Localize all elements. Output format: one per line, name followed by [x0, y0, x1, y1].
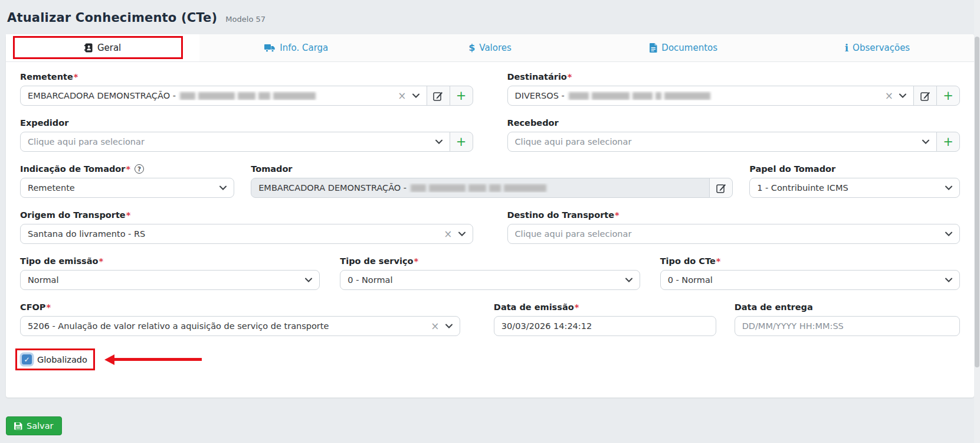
destinatario-label: Destinatário: [507, 72, 572, 82]
chevron-down-icon[interactable]: [305, 278, 312, 282]
clear-icon[interactable]: ×: [444, 229, 452, 239]
red-annotation-box-checkbox: ✓ Globalizado: [15, 348, 95, 370]
chevron-down-icon[interactable]: [458, 232, 466, 236]
tab-info-carga[interactable]: Info. Carga: [199, 34, 393, 61]
globalizado-checkbox[interactable]: ✓: [22, 354, 32, 364]
footer: Salvar: [6, 416, 974, 442]
tomador-field: EMBARCADORA DEMONSTRAÇÃO -: [251, 178, 710, 198]
tipo-servico-value: 0 - Normal: [348, 275, 625, 285]
red-arrow-annotation: [104, 354, 202, 365]
scrollbar[interactable]: [974, 0, 980, 443]
remetente-value: EMBARCADORA DEMONSTRAÇÃO -: [28, 91, 176, 100]
cfop-select[interactable]: 5206 - Anulação de valor relativo a aqui…: [20, 316, 460, 336]
tipo-emissao-value: Normal: [28, 275, 305, 285]
recebedor-label: Recebedor: [507, 118, 559, 128]
edit-tomador-button[interactable]: [709, 178, 733, 198]
indicacao-tomador-select[interactable]: Remetente: [20, 178, 234, 198]
papel-tomador-label: Papel do Tomador: [749, 164, 835, 174]
destino-transporte-select[interactable]: Clique aqui para selecionar: [507, 224, 961, 244]
expedidor-select[interactable]: Clique aqui para selecionar: [20, 132, 450, 152]
info-icon: i: [845, 43, 848, 53]
recebedor-placeholder: Clique aqui para selecionar: [515, 137, 923, 146]
save-button-label: Salvar: [27, 421, 54, 431]
truck-icon: [264, 44, 276, 53]
add-remetente-button[interactable]: +: [450, 86, 473, 106]
chevron-down-icon[interactable]: [412, 93, 419, 98]
tab-bar: Geral Info. Carga $ Valores: [6, 34, 974, 62]
expedidor-label: Expedidor: [20, 118, 68, 128]
tab-observacoes[interactable]: i Observações: [781, 34, 974, 61]
chevron-down-icon[interactable]: [945, 278, 952, 282]
edit-destinatario-button[interactable]: [913, 86, 937, 106]
tomador-value: EMBARCADORA DEMONSTRAÇÃO -: [258, 183, 407, 193]
cfop-label: CFOP: [20, 302, 51, 312]
tomador-label: Tomador: [251, 164, 292, 174]
tipo-cte-value: 0 - Normal: [668, 275, 945, 285]
add-recebedor-button[interactable]: +: [936, 132, 960, 152]
chevron-down-icon[interactable]: [922, 139, 929, 144]
tab-label: Geral: [97, 43, 121, 53]
redacted-text: [569, 92, 710, 100]
data-emissao-label: Data de emissão: [494, 302, 579, 312]
plus-icon: +: [943, 136, 953, 148]
tab-geral[interactable]: Geral: [6, 34, 199, 61]
document-icon: [650, 43, 657, 53]
expedidor-placeholder: Clique aqui para selecionar: [28, 137, 435, 146]
tab-valores[interactable]: $ Valores: [393, 34, 586, 61]
data-entrega-input[interactable]: [735, 316, 960, 336]
papel-tomador-value: 1 - Contribuinte ICMS: [757, 183, 945, 193]
remetente-select[interactable]: EMBARCADORA DEMONSTRAÇÃO - ×: [20, 86, 427, 106]
dollar-icon: $: [468, 43, 475, 53]
chevron-down-icon[interactable]: [945, 232, 952, 236]
chevron-down-icon[interactable]: [625, 278, 632, 282]
chevron-down-icon[interactable]: [219, 185, 227, 190]
globalizado-label: Globalizado: [37, 355, 87, 364]
data-entrega-label: Data de entrega: [735, 302, 813, 312]
redacted-text: [180, 92, 316, 100]
clear-icon[interactable]: ×: [398, 91, 406, 101]
tipo-servico-label: Tipo de serviço: [340, 256, 418, 266]
chevron-down-icon[interactable]: [899, 93, 906, 98]
plus-icon: +: [456, 90, 467, 102]
destinatario-select[interactable]: DIVERSOS - ×: [507, 86, 915, 106]
page: Atualizar Conhecimento (CTe) Modelo 57 G…: [0, 0, 980, 442]
tab-label: Documentos: [661, 43, 717, 53]
globalizado-row: ✓ Globalizado: [15, 348, 960, 398]
tipo-cte-select[interactable]: 0 - Normal: [660, 270, 960, 290]
chevron-down-icon[interactable]: [435, 139, 443, 144]
indicacao-tomador-label: Indicação de Tomador: [20, 164, 130, 174]
clear-icon[interactable]: ×: [885, 91, 893, 101]
tab-label: Info. Carga: [280, 43, 328, 53]
plus-icon: +: [943, 90, 953, 102]
add-destinatario-button[interactable]: +: [936, 86, 960, 106]
papel-tomador-select[interactable]: 1 - Contribuinte ICMS: [749, 178, 960, 198]
destino-transporte-label: Destino do Transporte: [507, 210, 620, 220]
scrollbar-thumb[interactable]: [975, 37, 979, 367]
form-body: Remetente EMBARCADORA DEMONSTRAÇÃO - ×: [6, 62, 974, 398]
destino-transporte-placeholder: Clique aqui para selecionar: [515, 229, 946, 239]
origem-transporte-select[interactable]: Santana do livramento - RS ×: [20, 224, 473, 244]
tipo-emissao-select[interactable]: Normal: [20, 270, 320, 290]
tab-label: Observações: [853, 43, 910, 53]
add-expedidor-button[interactable]: +: [450, 132, 473, 152]
page-header: Atualizar Conhecimento (CTe) Modelo 57: [7, 11, 973, 25]
chevron-down-icon[interactable]: [445, 324, 453, 328]
tab-documentos[interactable]: Documentos: [587, 34, 781, 61]
page-subtitle: Modelo 57: [225, 15, 266, 24]
plus-icon: +: [456, 136, 467, 148]
chevron-down-icon[interactable]: [945, 185, 952, 190]
help-question-icon[interactable]: ?: [135, 164, 144, 174]
tipo-cte-label: Tipo do CTe: [660, 256, 721, 266]
save-button[interactable]: Salvar: [6, 416, 62, 435]
clear-icon[interactable]: ×: [431, 321, 439, 331]
origem-transporte-value: Santana do livramento - RS: [28, 229, 439, 239]
remetente-label: Remetente: [20, 72, 78, 82]
edit-remetente-button[interactable]: [427, 86, 450, 106]
data-emissao-input[interactable]: [494, 316, 717, 336]
save-icon: [14, 422, 22, 430]
tipo-servico-select[interactable]: 0 - Normal: [340, 270, 640, 290]
form-card: Geral Info. Carga $ Valores: [6, 34, 974, 398]
recebedor-select[interactable]: Clique aqui para selecionar: [507, 132, 938, 152]
tipo-emissao-label: Tipo de emissão: [20, 256, 103, 266]
cfop-value: 5206 - Anulação de valor relativo a aqui…: [28, 321, 426, 331]
